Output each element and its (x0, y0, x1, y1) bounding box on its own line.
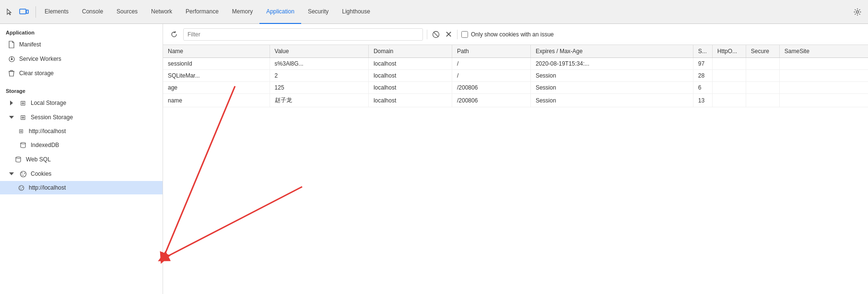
sidebar-item-cookies-localhost[interactable]: http://localhost (0, 181, 163, 194)
cell-0: name (163, 94, 270, 107)
grid-icon-session-child: ⊞ (17, 127, 25, 135)
cell-8 (779, 94, 868, 107)
svg-point-7 (16, 157, 21, 158)
indexeddb-label: IndexedDB (31, 142, 59, 148)
col-size: S... (693, 45, 712, 58)
svg-point-15 (22, 187, 23, 188)
settings-icon[interactable] (851, 5, 864, 19)
refresh-button[interactable] (168, 28, 180, 41)
sidebar-app-title: Application (0, 26, 163, 37)
cookie-filter-checkbox[interactable] (461, 31, 468, 38)
cell-8 (779, 70, 868, 82)
svg-rect-0 (20, 9, 26, 14)
col-path: Path (452, 45, 530, 58)
col-secure: Secure (746, 45, 779, 58)
cookies-toolbar: ✕ Only show cookies with an issue (163, 24, 868, 45)
cell-2: localhost (368, 58, 452, 70)
cell-1: 125 (270, 82, 368, 94)
cookie-child-icon (17, 184, 25, 192)
device-icon[interactable] (18, 6, 30, 18)
svg-line-19 (434, 32, 438, 37)
cell-5: 28 (693, 70, 712, 82)
cell-1: 2 (270, 70, 368, 82)
session-storage-child-label: http://localhost (29, 128, 66, 135)
sidebar-item-websql[interactable]: Web SQL (0, 152, 163, 167)
triangle-right-icon-idb (8, 141, 15, 149)
cell-7 (746, 82, 779, 94)
cell-2: localhost (368, 94, 452, 107)
main-layout: Application Manifest (0, 24, 868, 294)
cell-6 (712, 70, 746, 82)
svg-point-16 (21, 188, 22, 189)
cell-8 (779, 58, 868, 70)
toolbar-separator (427, 30, 427, 39)
service-workers-icon (8, 55, 15, 63)
cookies-child-label: http://localhost (29, 184, 66, 191)
block-icon[interactable] (431, 30, 441, 39)
svg-point-9 (22, 172, 23, 173)
triangle-right-icon (8, 99, 15, 107)
sidebar-item-service-workers[interactable]: Service Workers (0, 52, 163, 66)
tab-application[interactable]: Application (259, 0, 301, 24)
tab-console[interactable]: Console (75, 0, 110, 24)
svg-point-11 (23, 175, 23, 176)
cell-3: /200806 (452, 94, 530, 107)
tab-network[interactable]: Network (144, 0, 179, 24)
tab-lighthouse[interactable]: Lighthouse (335, 0, 377, 24)
cell-2: localhost (368, 82, 452, 94)
sidebar-item-indexeddb[interactable]: IndexedDB (0, 138, 163, 152)
col-expires: Expires / Max-Age (530, 45, 693, 58)
filter-input[interactable] (183, 28, 423, 41)
triangle-down-icon-cookies (8, 170, 15, 178)
cell-6 (712, 58, 746, 70)
cell-7 (746, 58, 779, 70)
table-row[interactable]: SQLiteMar...2localhost/Session28 (163, 70, 868, 82)
sidebar-item-local-storage[interactable]: ⊞ Local Storage (0, 96, 163, 110)
table-row[interactable]: age125localhost/200806Session6 (163, 82, 868, 94)
cursor-icon[interactable] (4, 6, 15, 18)
cell-0: SQLiteMar... (163, 70, 270, 82)
cell-7 (746, 94, 779, 107)
cell-3: /200806 (452, 82, 530, 94)
cell-6 (712, 82, 746, 94)
col-samesite: SameSite (779, 45, 868, 58)
manifest-label: Manifest (19, 41, 41, 48)
cell-6 (712, 94, 746, 107)
cookie-filter-label[interactable]: Only show cookies with an issue (461, 31, 554, 38)
cell-4: Session (530, 70, 693, 82)
svg-rect-1 (26, 10, 28, 13)
cookie-table: Name Value Domain Path Expires / Max-Age… (163, 45, 868, 294)
svg-point-13 (19, 185, 23, 190)
tab-sources[interactable]: Sources (110, 0, 144, 24)
websql-label: Web SQL (26, 156, 51, 163)
cell-0: age (163, 82, 270, 94)
sidebar-item-session-storage[interactable]: ⊞ Session Storage (0, 110, 163, 124)
cell-5: 6 (693, 82, 712, 94)
toolbar-separator-2 (457, 30, 457, 39)
service-workers-label: Service Workers (19, 56, 61, 62)
sidebar-item-manifest[interactable]: Manifest (0, 37, 163, 52)
sidebar-item-session-localhost[interactable]: ⊞ http://localhost (0, 124, 163, 138)
svg-point-6 (21, 143, 25, 144)
tab-memory[interactable]: Memory (225, 0, 259, 24)
devtools-icons (4, 6, 36, 18)
cell-3: / (452, 70, 530, 82)
tab-elements[interactable]: Elements (38, 0, 75, 24)
sidebar-item-clear-storage[interactable]: Clear storage (0, 66, 163, 80)
websql-icon (14, 156, 22, 163)
col-httpo: HttpO... (712, 45, 746, 58)
svg-point-12 (21, 174, 22, 175)
table-row[interactable]: name赵子龙localhost/200806Session13 (163, 94, 868, 107)
content-area: ✕ Only show cookies with an issue Name V… (163, 24, 868, 294)
cookies-data-table: Name Value Domain Path Expires / Max-Age… (163, 45, 868, 107)
tab-security[interactable]: Security (301, 0, 335, 24)
svg-point-8 (20, 171, 26, 177)
tab-bar: Elements Console Sources Network Perform… (0, 0, 868, 24)
sidebar-item-cookies[interactable]: Cookies (0, 167, 163, 181)
cell-3: / (452, 58, 530, 70)
cell-1: s%3Al8G... (270, 58, 368, 70)
manifest-icon (8, 41, 15, 48)
tab-performance[interactable]: Performance (179, 0, 225, 24)
table-row[interactable]: sessionIds%3Al8G...localhost/2020-08-19T… (163, 58, 868, 70)
delete-icon[interactable]: ✕ (444, 30, 453, 39)
